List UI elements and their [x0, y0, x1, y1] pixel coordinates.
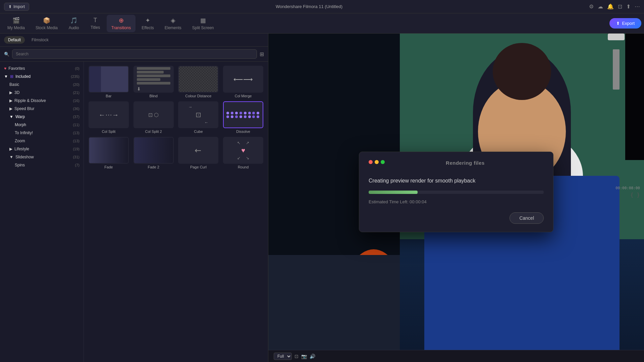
sidebar-basic-label: Basic [9, 82, 19, 87]
effects-label: Effects [142, 25, 154, 30]
sidebar-item-warp[interactable]: ▼ Warp (37) [0, 113, 84, 121]
sidebar-item-speed-blur[interactable]: ▶ Speed Blur (36) [0, 105, 84, 113]
transition-dissolve[interactable]: Dissolve [222, 101, 264, 134]
transition-grid: ↗ Bar [88, 66, 264, 169]
dissolve-label: Dissolve [236, 130, 250, 134]
bar-thumbnail: ↗ [89, 66, 128, 92]
sidebar-favorites-label: Favorites [8, 66, 25, 71]
fade-label: Fade [104, 165, 113, 169]
sidebar-item-infinity[interactable]: To Infinity! (13) [0, 129, 84, 137]
transition-col-merge[interactable]: ⟵⟶ Col Merge [222, 66, 264, 98]
transition-col-split-2[interactable]: ⊡⬡ Col Split 2 [133, 101, 174, 134]
screen-mode-icon[interactable]: ⊡ [294, 354, 299, 359]
settings-icon[interactable]: ⚙ [589, 3, 594, 10]
split-screen-icon: ▦ [200, 17, 206, 24]
transition-page-curl[interactable]: ↙ Page Curl [178, 137, 219, 169]
tab-my-media[interactable]: 🎬 My Media [3, 15, 30, 32]
transition-colour-distance[interactable]: Colour Distance [178, 66, 219, 98]
transition-fade[interactable]: Fade [88, 137, 129, 169]
import-icon: ⬆ [8, 4, 12, 9]
traffic-red [369, 160, 373, 164]
topbar-icons: ⚙ ☁ 🔔 ⊡ ⬆ ⋯ [589, 3, 640, 10]
dialog-title: Rendering files [387, 160, 544, 166]
transition-cube[interactable]: → ⊡ ← Cube [178, 101, 219, 134]
tab-transitions[interactable]: ⊕ Transitions [107, 15, 136, 32]
transition-blind[interactable]: ⬇ Blind [133, 66, 174, 98]
export-button[interactable]: ⬆ Export [609, 18, 641, 29]
sidebar-item-spins[interactable]: Spins (7) [0, 161, 84, 169]
transition-round[interactable]: ↖ ↗ ♥ ↙ ↘ Round [222, 137, 264, 169]
chevron-right-icon2: ▶ [9, 98, 12, 103]
grid-view-icon[interactable]: ⊞ [260, 51, 264, 57]
import-button[interactable]: ⬆ Import [4, 3, 29, 11]
fade-thumbnail [89, 138, 128, 163]
panel-tab-filmstock[interactable]: Filmstock [28, 36, 53, 44]
snapshot-icon[interactable]: 📷 [301, 354, 307, 359]
chevron-right-icon3: ▶ [9, 106, 12, 111]
sidebar: ♥ Favorites (0) ▼ ⊞ Included (235) [0, 62, 84, 362]
tab-stock-media[interactable]: 📦 Stock Media [31, 15, 62, 32]
quality-select[interactable]: Full 1/2 1/4 [274, 353, 292, 360]
nav-tabs: 🎬 My Media 📦 Stock Media 🎵 Audio T Title… [0, 13, 644, 34]
blind-label: Blind [149, 94, 157, 98]
titles-icon: T [94, 17, 97, 24]
sidebar-item-morph[interactable]: Morph (11) [0, 121, 84, 129]
blind-thumbnail: ⬇ [134, 66, 173, 93]
cloud-icon[interactable]: ☁ [598, 3, 603, 10]
sidebar-item-basic[interactable]: Basic (20) [0, 81, 84, 89]
cube-thumbnail: → ⊡ ← [188, 105, 208, 125]
grid-icon: ⊞ [10, 74, 13, 79]
dialog-message: Creating preview render for smooth playb… [369, 178, 544, 184]
chevron-right-icon: ▶ [9, 90, 12, 95]
elements-label: Elements [165, 25, 181, 30]
traffic-green [381, 160, 385, 164]
panel-tab-default[interactable]: Default [4, 36, 25, 44]
audio-toggle-icon[interactable]: 🔊 [310, 354, 315, 359]
sidebar-item-favorites[interactable]: ♥ Favorites (0) [0, 64, 84, 72]
lifestyle-count: (19) [73, 147, 79, 151]
col-merge-thumbnail: ⟵⟶ [233, 75, 253, 83]
preview-controls: Full 1/2 1/4 ⊡ 📷 🔊 [268, 350, 644, 362]
tab-audio[interactable]: 🎵 Audio [64, 15, 84, 32]
cancel-button[interactable]: Cancel [509, 212, 544, 224]
included-count: (235) [71, 74, 79, 79]
share-icon[interactable]: ⬆ [626, 3, 631, 10]
search-input[interactable] [12, 49, 257, 59]
tab-elements[interactable]: ◈ Elements [160, 15, 186, 32]
transition-col-split[interactable]: ←⋯→ Col Split [88, 101, 129, 134]
sidebar-item-slideshow[interactable]: ▼ Slideshow (31) [0, 153, 84, 161]
tab-titles[interactable]: T Titles [85, 15, 105, 32]
transition-bar[interactable]: ↗ Bar [88, 66, 129, 98]
sidebar-item-lifestyle[interactable]: ▶ Lifestyle (19) [0, 145, 84, 153]
sidebar-item-ripple[interactable]: ▶ Ripple & Dissolve (16) [0, 97, 84, 105]
transition-fade-2[interactable]: Fade 2 [133, 137, 174, 169]
audio-label: Audio [69, 25, 79, 30]
sidebar-item-3d[interactable]: ▶ 3D (21) [0, 89, 84, 97]
import-label: Import [13, 4, 25, 9]
preview-area: Rendering files Creating preview render … [268, 34, 644, 350]
preview-timecode: 00:00:08:00 [615, 186, 640, 190]
chevron-right-icon4: ▶ [9, 147, 12, 151]
chevron-down-icon2: ▼ [9, 114, 13, 119]
export-icon: ⬆ [616, 21, 620, 26]
sidebar-infinity-label: To Infinity! [15, 131, 33, 135]
panel-body: ♥ Favorites (0) ▼ ⊞ Included (235) [0, 62, 268, 362]
screen-icon[interactable]: ⊡ [618, 3, 622, 10]
titles-label: Titles [91, 25, 100, 30]
tab-effects[interactable]: ✦ Effects [137, 15, 158, 32]
bell-icon[interactable]: 🔔 [607, 3, 614, 10]
sidebar-item-zoom[interactable]: Zoom (13) [0, 137, 84, 145]
sidebar-item-included[interactable]: ▼ ⊞ Included (235) [0, 72, 84, 81]
topbar: ⬆ Import Wondershare Filmora 11 (Untitle… [0, 0, 644, 13]
col-split-label: Col Split [102, 130, 115, 134]
more-icon[interactable]: ⋯ [635, 3, 640, 10]
col-split-thumbnail: ←⋯→ [99, 111, 119, 119]
audio-icon: 🎵 [70, 17, 77, 24]
morph-count: (11) [73, 123, 79, 127]
timestamp-area: 00:00:08:00 { } [615, 186, 640, 198]
colour-distance-label: Colour Distance [185, 94, 211, 98]
tab-split-screen[interactable]: ▦ Split Screen [187, 15, 219, 32]
colour-distance-thumbnail [179, 66, 218, 92]
round-thumbnail: ↖ ↗ ♥ ↙ ↘ [224, 138, 263, 163]
slideshow-count: (31) [73, 155, 79, 159]
